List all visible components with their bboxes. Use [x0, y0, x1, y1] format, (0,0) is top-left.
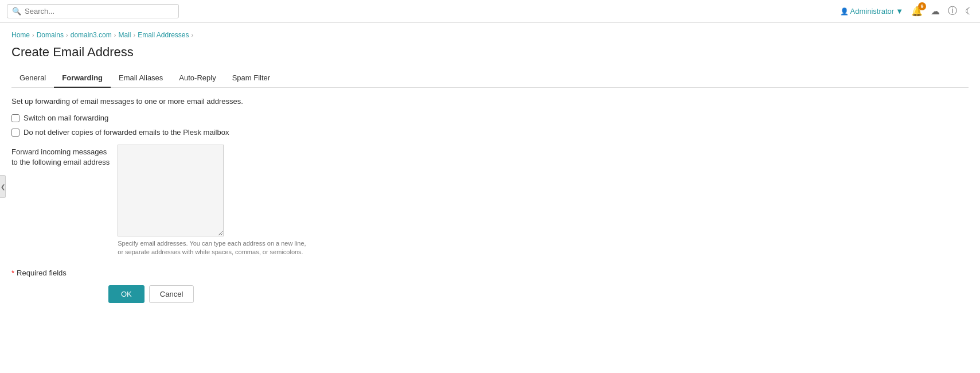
ok-button[interactable]: OK: [108, 285, 145, 303]
forward-addresses-textarea[interactable]: [118, 145, 224, 236]
cancel-button[interactable]: Cancel: [149, 285, 194, 303]
forwarding-panel: Set up forwarding of email messages to o…: [11, 97, 969, 257]
breadcrumb-home[interactable]: Home: [11, 31, 30, 39]
forward-label: Forward incoming messagesto the followin…: [11, 145, 110, 168]
topbar-actions: Administrator ▼ 🔔 9 ☁ ⓘ ☾: [840, 5, 973, 17]
mail-forwarding-row: Switch on mail forwarding: [11, 114, 969, 122]
search-input[interactable]: [25, 7, 174, 15]
cloud-icon[interactable]: ☁: [931, 6, 940, 17]
search-box[interactable]: 🔍: [7, 4, 179, 18]
tab-forwarding[interactable]: Forwarding: [54, 69, 111, 88]
breadcrumb-sep-2: ›: [66, 32, 68, 38]
tab-general[interactable]: General: [11, 69, 54, 88]
breadcrumb: Home › Domains › domain3.com › Mail › Em…: [11, 31, 969, 39]
chevron-down-icon: ▼: [896, 7, 903, 15]
tab-auto-reply[interactable]: Auto-Reply: [171, 69, 224, 88]
admin-menu[interactable]: Administrator ▼: [840, 7, 903, 15]
breadcrumb-sep-4: ›: [133, 32, 135, 38]
no-deliver-checkbox[interactable]: [11, 129, 19, 137]
admin-label: Administrator: [850, 7, 895, 15]
topbar: 🔍 Administrator ▼ 🔔 9 ☁ ⓘ ☾: [0, 0, 980, 23]
tab-bar: General Forwarding Email Aliases Auto-Re…: [11, 69, 969, 88]
tab-email-aliases[interactable]: Email Aliases: [111, 69, 171, 88]
no-deliver-label[interactable]: Do not deliver copies of forwarded email…: [24, 128, 229, 137]
page-title: Create Email Address: [11, 45, 969, 60]
breadcrumb-sep-1: ›: [32, 32, 34, 38]
theme-icon[interactable]: ☾: [965, 6, 973, 17]
tab-spam-filter[interactable]: Spam Filter: [224, 69, 278, 88]
breadcrumb-sep-3: ›: [114, 32, 116, 38]
breadcrumb-domains[interactable]: Domains: [37, 31, 64, 39]
forward-address-row: Forward incoming messagesto the followin…: [11, 145, 969, 257]
notification-badge: 9: [918, 2, 926, 10]
forward-field-hint: Specify email addresses. You can type ea…: [118, 239, 313, 257]
required-note: * Required fields: [11, 269, 969, 277]
breadcrumb-domain3[interactable]: domain3.com: [71, 31, 112, 39]
form-buttons: OK Cancel: [108, 285, 969, 303]
sidebar-toggle[interactable]: ❮: [0, 175, 6, 198]
notifications-icon[interactable]: 🔔 9: [911, 6, 923, 17]
forward-field-wrap: Specify email addresses. You can type ea…: [118, 145, 313, 257]
breadcrumb-mail[interactable]: Mail: [118, 31, 131, 39]
help-icon[interactable]: ⓘ: [948, 5, 957, 17]
breadcrumb-email-addresses[interactable]: Email Addresses: [138, 31, 189, 39]
forwarding-description: Set up forwarding of email messages to o…: [11, 97, 969, 106]
switch-mail-forwarding-checkbox[interactable]: [11, 114, 19, 122]
breadcrumb-sep-5: ›: [192, 32, 194, 38]
main-content: Home › Domains › domain3.com › Mail › Em…: [0, 23, 980, 314]
search-icon: 🔍: [12, 7, 21, 15]
required-star: *: [11, 269, 14, 277]
required-label: Required fields: [17, 269, 67, 277]
no-deliver-row: Do not deliver copies of forwarded email…: [11, 128, 969, 137]
switch-mail-forwarding-label[interactable]: Switch on mail forwarding: [24, 114, 108, 122]
